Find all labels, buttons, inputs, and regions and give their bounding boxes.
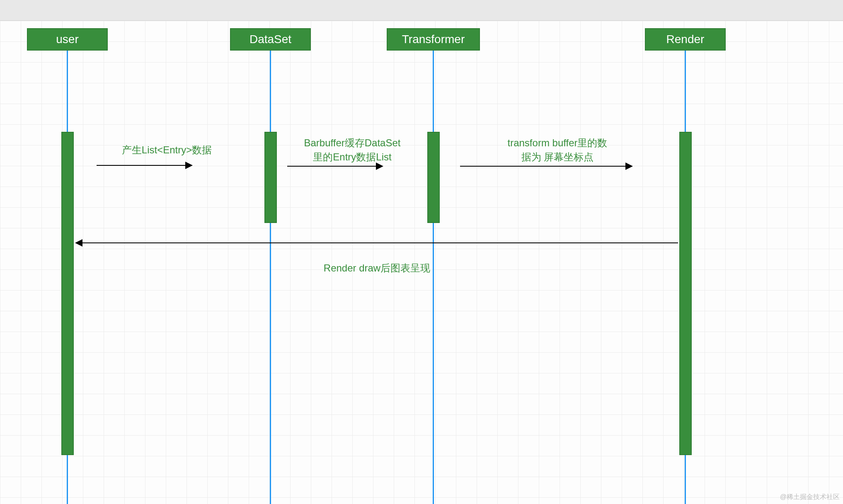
watermark: @稀土掘金技术社区 [780,493,840,502]
message-1-arrow [97,165,192,166]
participant-transformer: Transformer [387,28,480,51]
window-top-bar [0,0,843,21]
activation-user [61,132,74,455]
lifeline-dataset [270,51,271,504]
message-2-arrow [287,166,383,167]
message-3-arrow [460,166,632,167]
participant-user-label: user [56,33,78,46]
diagram-canvas: user DataSet Transformer Render 产生List<E… [0,21,843,504]
participant-user: user [27,28,108,51]
message-2-label: Barbuffer缓存DataSet 里的Entry数据List [286,136,419,164]
participant-render: Render [645,28,726,51]
message-3-label: transform buffer里的数 据为 屏幕坐标点 [460,136,655,164]
message-1-label: 产生List<Entry>数据 [85,143,249,157]
participant-transformer-label: Transformer [402,33,465,46]
participant-dataset: DataSet [230,28,311,51]
participant-render-label: Render [666,33,705,46]
lifeline-transformer [433,51,434,504]
message-4-arrow [76,242,678,243]
activation-render [679,132,692,455]
activation-transformer [427,132,440,223]
participant-dataset-label: DataSet [250,33,291,46]
activation-dataset [264,132,277,223]
message-4-label: Render draw后图表呈现 [76,261,678,275]
